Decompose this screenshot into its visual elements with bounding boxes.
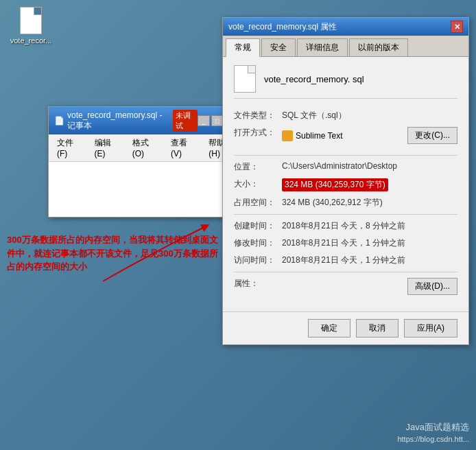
attributes-advanced-btn[interactable]: 高级(D)... bbox=[407, 278, 457, 295]
properties-dialog: vote_record_memory.sql 属性 ✕ 常规 安全 详细信息 以… bbox=[222, 17, 469, 345]
sublime-icon bbox=[282, 130, 293, 141]
prop-row-filetype: 文件类型： SQL 文件（.sql） bbox=[234, 110, 457, 121]
openwith-value: Sublime Text bbox=[296, 131, 342, 141]
annotation-content: 300万条数据所占的内存空间，当我将其转储到桌面文件中，就连记事本都不开该文件，… bbox=[7, 235, 218, 272]
file-name-display: vote_record_memory. sql bbox=[264, 74, 364, 84]
menu-format[interactable]: 格式(O) bbox=[127, 136, 164, 160]
sizeondisk-value: 324 MB (340,262,912 字节) bbox=[282, 197, 457, 209]
tab-previous-versions[interactable]: 以前的版本 bbox=[349, 38, 408, 56]
watermark-title: Java面试题精选 bbox=[397, 421, 469, 434]
notepad-window: 📄 vote_record_memory.sql - 记事本 未调试 _ □ ✕… bbox=[48, 106, 243, 217]
notepad-icon: 📄 bbox=[54, 116, 64, 126]
dialog-title: vote_record_memory.sql 属性 bbox=[228, 21, 337, 33]
cancel-btn[interactable]: 取消 bbox=[356, 319, 398, 338]
file-header: vote_record_memory. sql bbox=[234, 65, 457, 99]
attributes-label: 属性： bbox=[234, 278, 282, 289]
notepad-titlebar: 📄 vote_record_memory.sql - 记事本 未调试 _ □ ✕ bbox=[49, 107, 243, 134]
menu-edit[interactable]: 编辑(E) bbox=[89, 136, 126, 160]
prop-row-attributes: 属性： 高级(D)... bbox=[234, 278, 457, 295]
prop-row-modified: 修改时间： 2018年8月21日 今天，1 分钟之前 bbox=[234, 237, 457, 249]
tab-details[interactable]: 详细信息 bbox=[297, 38, 348, 56]
dialog-content: vote_record_memory. sql 文件类型： SQL 文件（.sq… bbox=[223, 57, 468, 309]
created-value: 2018年8月21日 今天，8 分钟之前 bbox=[282, 220, 457, 232]
dialog-close-btn[interactable]: ✕ bbox=[451, 21, 463, 33]
annotation-text: 300万条数据所占的内存空间，当我将其转储到桌面文件中，就连记事本都不开该文件，… bbox=[7, 233, 219, 274]
tab-general[interactable]: 常规 bbox=[226, 38, 260, 57]
openwith-row: Sublime Text 更改(C)... bbox=[282, 127, 457, 144]
menu-view[interactable]: 查看(V) bbox=[165, 136, 202, 160]
file-icon-large bbox=[234, 65, 256, 93]
size-label: 大小： bbox=[234, 178, 282, 190]
prop-row-size: 大小： 324 MB (340,259,370 字节) bbox=[234, 178, 457, 191]
location-label: 位置： bbox=[234, 161, 282, 173]
apply-btn[interactable]: 应用(A) bbox=[404, 319, 457, 338]
divider2 bbox=[234, 214, 457, 215]
notepad-title-text: vote_record_memory.sql - 记事本 bbox=[67, 110, 170, 132]
modified-label: 修改时间： bbox=[234, 237, 282, 249]
size-value-highlight: 324 MB (340,259,370 字节) bbox=[282, 178, 388, 191]
watermark-url: https://blog.csdn.htt... bbox=[397, 435, 469, 443]
location-value: C:\Users\Administrator\Desktop bbox=[282, 161, 457, 171]
openwith-label: 打开方式： bbox=[234, 127, 282, 139]
divider1 bbox=[234, 155, 457, 156]
prop-row-accessed: 访问时间： 2018年8月21日 今天，1 分钟之前 bbox=[234, 254, 457, 266]
menu-file[interactable]: 文件(F) bbox=[51, 136, 88, 160]
desktop-icon-label: vote_recor... bbox=[10, 36, 52, 45]
prop-row-sizeondisk: 占用空间： 324 MB (340,262,912 字节) bbox=[234, 197, 457, 209]
notepad-modified-badge: 未调试 bbox=[173, 110, 198, 132]
notepad-menu: 文件(F) 编辑(E) 格式(O) 查看(V) 帮助(H) bbox=[49, 134, 243, 162]
accessed-value: 2018年8月21日 今天，1 分钟之前 bbox=[282, 254, 457, 266]
filetype-label: 文件类型： bbox=[234, 110, 282, 121]
file-icon-small bbox=[20, 7, 42, 34]
prop-row-location: 位置： C:\Users\Administrator\Desktop bbox=[234, 161, 457, 173]
sizeondisk-label: 占用空间： bbox=[234, 197, 282, 209]
notepad-title: 📄 vote_record_memory.sql - 记事本 未调试 bbox=[54, 110, 198, 132]
dialog-titlebar: vote_record_memory.sql 属性 ✕ bbox=[223, 18, 468, 36]
prop-row-created: 创建时间： 2018年8月21日 今天，8 分钟之前 bbox=[234, 220, 457, 232]
modified-value: 2018年8月21日 今天，1 分钟之前 bbox=[282, 237, 457, 249]
notepad-minimize-btn[interactable]: _ bbox=[198, 115, 210, 126]
ok-btn[interactable]: 确定 bbox=[308, 319, 350, 338]
created-label: 创建时间： bbox=[234, 220, 282, 232]
tab-security[interactable]: 安全 bbox=[261, 38, 296, 56]
desktop: vote_recor... 📄 vote_record_memory.sql -… bbox=[0, 0, 476, 450]
desktop-icon-vote-record[interactable]: vote_recor... bbox=[7, 7, 55, 45]
divider3 bbox=[234, 272, 457, 272]
size-value: 324 MB (340,259,370 字节) bbox=[282, 178, 457, 191]
accessed-label: 访问时间： bbox=[234, 254, 282, 266]
prop-row-openwith: 打开方式： Sublime Text 更改(C)... bbox=[234, 127, 457, 150]
dialog-tabs: 常规 安全 详细信息 以前的版本 bbox=[223, 36, 468, 57]
dialog-footer: 确定 取消 应用(A) bbox=[223, 311, 468, 344]
filetype-value: SQL 文件（.sql） bbox=[282, 110, 457, 121]
watermark: Java面试题精选 https://blog.csdn.htt... bbox=[397, 421, 469, 443]
change-btn[interactable]: 更改(C)... bbox=[407, 127, 457, 144]
notepad-body[interactable] bbox=[49, 162, 243, 217]
